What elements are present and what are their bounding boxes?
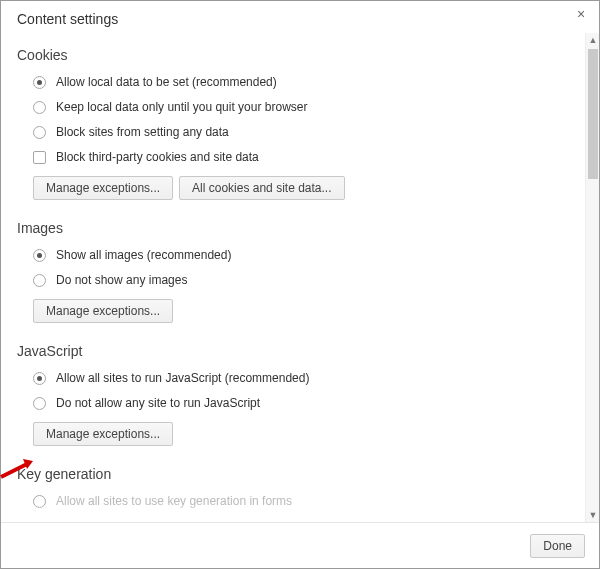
javascript-option-allow[interactable]: Allow all sites to run JavaScript (recom… (33, 369, 559, 387)
javascript-manage-exceptions-button[interactable]: Manage exceptions... (33, 422, 173, 446)
cookies-button-row: Manage exceptions... All cookies and sit… (17, 176, 559, 200)
section-javascript: JavaScript Allow all sites to run JavaSc… (17, 343, 559, 446)
cookies-option-block-thirdparty[interactable]: Block third-party cookies and site data (33, 148, 559, 166)
cookies-manage-exceptions-button[interactable]: Manage exceptions... (33, 176, 173, 200)
radio-icon (33, 495, 46, 508)
content-settings-dialog: Content settings × Cookies Allow local d… (0, 0, 600, 569)
radio-icon (33, 372, 46, 385)
option-label: Allow local data to be set (recommended) (56, 73, 277, 91)
javascript-option-block[interactable]: Do not allow any site to run JavaScript (33, 394, 559, 412)
section-images: Images Show all images (recommended) Do … (17, 220, 559, 323)
section-title-images: Images (17, 220, 559, 236)
close-icon: × (577, 6, 585, 22)
section-title-keygen: Key generation (17, 466, 559, 482)
option-label: Block sites from setting any data (56, 123, 229, 141)
cookies-option-block[interactable]: Block sites from setting any data (33, 123, 559, 141)
option-label: Do not allow any site to run JavaScript (56, 394, 260, 412)
cookies-option-session[interactable]: Keep local data only until you quit your… (33, 98, 559, 116)
scroll-area: Cookies Allow local data to be set (reco… (1, 33, 599, 522)
checkbox-icon (33, 151, 46, 164)
done-button[interactable]: Done (530, 534, 585, 558)
close-button[interactable]: × (571, 5, 589, 23)
scrollbar-track[interactable]: ▲ ▼ (585, 33, 599, 522)
images-button-row: Manage exceptions... (17, 299, 559, 323)
cookies-options: Allow local data to be set (recommended)… (17, 73, 559, 166)
keygen-option-allow[interactable]: Allow all sites to use key generation in… (33, 492, 559, 510)
cookies-all-data-button[interactable]: All cookies and site data... (179, 176, 344, 200)
radio-icon (33, 397, 46, 410)
content-scroll[interactable]: Cookies Allow local data to be set (reco… (1, 33, 585, 522)
titlebar: Content settings × (1, 1, 599, 27)
scrollbar-thumb[interactable] (588, 49, 598, 179)
javascript-options: Allow all sites to run JavaScript (recom… (17, 369, 559, 412)
option-label: Allow all sites to use key generation in… (56, 492, 292, 510)
images-option-block[interactable]: Do not show any images (33, 271, 559, 289)
radio-icon (33, 249, 46, 262)
images-option-show[interactable]: Show all images (recommended) (33, 246, 559, 264)
dialog-title: Content settings (17, 11, 118, 27)
footer: Done (1, 522, 599, 568)
images-options: Show all images (recommended) Do not sho… (17, 246, 559, 289)
option-label: Do not show any images (56, 271, 187, 289)
javascript-button-row: Manage exceptions... (17, 422, 559, 446)
section-title-cookies: Cookies (17, 47, 559, 63)
images-manage-exceptions-button[interactable]: Manage exceptions... (33, 299, 173, 323)
scrollbar-up-arrow-icon[interactable]: ▲ (586, 33, 600, 47)
radio-icon (33, 101, 46, 114)
radio-icon (33, 126, 46, 139)
radio-icon (33, 274, 46, 287)
option-label: Show all images (recommended) (56, 246, 231, 264)
cookies-option-allow[interactable]: Allow local data to be set (recommended) (33, 73, 559, 91)
option-label: Allow all sites to run JavaScript (recom… (56, 369, 309, 387)
scrollbar-down-arrow-icon[interactable]: ▼ (586, 508, 600, 522)
radio-icon (33, 76, 46, 89)
option-label: Block third-party cookies and site data (56, 148, 259, 166)
section-title-javascript: JavaScript (17, 343, 559, 359)
option-label: Keep local data only until you quit your… (56, 98, 307, 116)
section-keygen: Key generation Allow all sites to use ke… (17, 466, 559, 510)
keygen-options: Allow all sites to use key generation in… (17, 492, 559, 510)
section-cookies: Cookies Allow local data to be set (reco… (17, 47, 559, 200)
